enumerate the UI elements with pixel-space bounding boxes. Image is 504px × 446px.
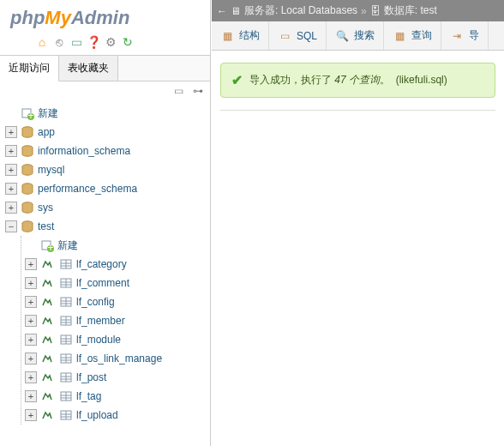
svg-text:+: + [47,242,53,252]
top-toolbar: ▦结构▭SQL🔍搜索▦查询⇥导 [212,21,504,51]
tree-table-lf_comment[interactable]: +lf_comment [25,274,210,292]
tree-db-information_schema[interactable]: +information_schema [5,142,210,160]
database-icon [21,220,34,233]
tree-db-app[interactable]: +app [5,123,210,142]
table-icon [59,295,73,309]
crumb-database[interactable]: 数据库: test [384,3,437,18]
tab-structure[interactable]: ▦结构 [212,21,269,50]
server-icon: 🖥 [231,5,241,17]
toggle-icon[interactable]: + [25,353,37,365]
table-icon [59,257,73,271]
back-icon[interactable]: ← [217,5,227,17]
quick-links: ⌂⎋▭❓⚙↻ [0,33,210,55]
chart-icon [40,314,54,328]
table-icon [59,276,73,290]
db-tree: +新建+app+information_schema+mysql+perform… [0,100,210,425]
tree-new-database[interactable]: +新建 [5,104,210,123]
sidebar-tabs: 近期访问表收藏夹 [0,55,210,81]
tree-db-test[interactable]: −test [5,217,210,236]
toggle-icon[interactable]: − [5,220,17,232]
docs-icon[interactable]: ❓ [86,34,101,50]
tree-table-lf_member[interactable]: +lf_member [25,311,210,330]
search-icon: 🔍 [335,29,349,43]
database-icon: 🗄 [370,5,381,17]
toggle-icon[interactable]: + [25,277,37,289]
crumb-server[interactable]: 服务器: Local Databases [244,3,357,18]
tab-recent[interactable]: 近期访问 [0,56,59,81]
tree-table-lf_post[interactable]: +lf_post [25,368,210,387]
toggle-icon[interactable]: + [5,202,17,214]
table-icon [59,408,73,422]
table-icon [59,314,73,328]
refresh-icon[interactable]: ↻ [120,34,135,50]
phpmyadmin-logo: phpMyAdmin [0,0,210,33]
toggle-icon[interactable]: + [25,371,37,383]
svg-text:+: + [27,110,33,120]
toggle-icon[interactable]: + [25,296,37,308]
tab-export[interactable]: ⇥导 [441,21,489,50]
chart-icon [40,295,54,309]
tree-new-table[interactable]: +新建 [25,236,210,255]
tree-table-lf_category[interactable]: +lf_category [25,255,210,274]
breadcrumb: ← 🖥 服务器: Local Databases » 🗄 数据库: test [212,0,504,21]
export-icon: ⇥ [450,29,464,43]
logout-icon[interactable]: ⎋ [51,34,67,50]
success-message: ✔ 导入成功，执行了 47 个查询。 (likefuli.sql) [220,63,495,98]
tab-favorites[interactable]: 表收藏夹 [59,56,118,81]
table-icon [59,389,73,403]
toggle-icon[interactable]: + [25,334,37,346]
chart-icon [40,408,54,422]
tree-db-performance_schema[interactable]: +performance_schema [5,179,210,198]
home-icon[interactable]: ⌂ [34,34,50,50]
tab-search[interactable]: 🔍搜索 [327,21,384,50]
toggle-icon[interactable]: + [25,315,37,327]
toggle-icon[interactable]: + [5,183,17,195]
sql-icon: ▭ [278,29,291,43]
chart-icon [40,333,54,347]
tree-table-lf_config[interactable]: +lf_config [25,292,210,311]
chart-icon [40,276,54,290]
database-icon [21,144,34,158]
structure-icon: ▦ [220,29,234,43]
database-icon [21,201,34,214]
query-icon: ▦ [393,29,406,43]
tree-table-lf_os_link_manage[interactable]: +lf_os_link_manage [25,349,210,368]
toggle-icon[interactable]: + [5,126,17,138]
tree-table-lf_module[interactable]: +lf_module [25,330,210,349]
link-icon[interactable]: ⊶ [189,85,203,97]
collapse-all-icon[interactable]: ▭ [170,85,183,97]
database-icon [21,125,34,139]
tab-query[interactable]: ▦查询 [384,21,441,50]
toggle-icon[interactable]: + [25,390,37,402]
table-icon [59,333,73,347]
check-icon: ✔ [231,72,243,88]
tree-db-mysql[interactable]: +mysql [5,160,210,179]
toggle-icon[interactable]: + [5,145,17,157]
tree-table-lf_upload[interactable]: +lf_upload [25,406,210,425]
tab-sql[interactable]: ▭SQL [269,21,327,50]
sql-icon[interactable]: ▭ [69,34,84,50]
chart-icon [40,389,54,403]
toggle-icon[interactable]: + [25,409,37,421]
chart-icon [40,257,54,271]
toggle-icon[interactable]: + [5,164,17,176]
chart-icon [40,352,54,365]
chart-icon [40,371,54,384]
tree-db-sys[interactable]: +sys [5,198,210,217]
table-icon [59,371,73,384]
settings-icon[interactable]: ⚙ [103,34,118,50]
tree-table-lf_tag[interactable]: +lf_tag [25,387,210,406]
new-icon: + [40,238,54,252]
database-icon [21,163,34,177]
table-icon [59,352,73,365]
new-icon: + [21,106,34,120]
database-icon [21,182,34,196]
toggle-icon[interactable]: + [25,258,37,270]
